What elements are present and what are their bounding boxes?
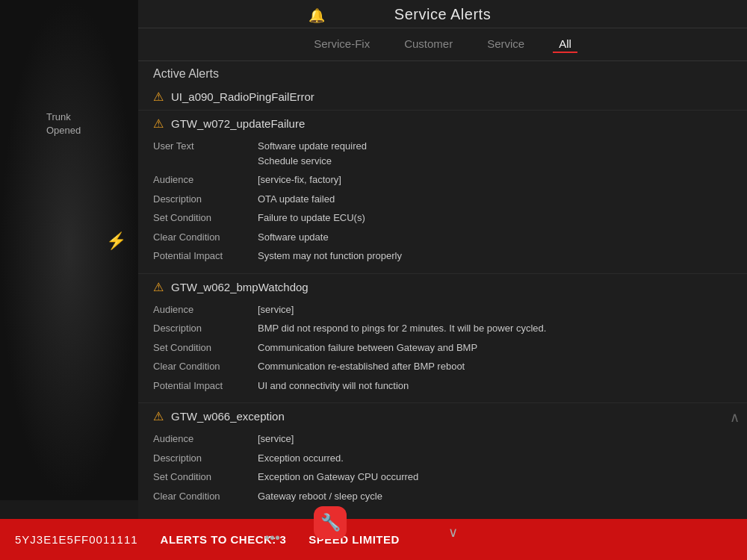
alert-item: ⚠ UI_a090_RadioPingFailError: [138, 84, 747, 111]
detail-row: Set Condition Communication failure betw…: [153, 338, 732, 358]
detail-value: Exception occurred.: [258, 451, 344, 466]
alert-name: GTW_w072_updateFailure: [171, 117, 305, 130]
alert-details: Audience [service] Description BMP did n…: [138, 300, 747, 403]
detail-value: Exception on Gateway CPU occurred: [258, 470, 418, 485]
detail-row: Set Condition Failure to update ECU(s): [153, 208, 732, 228]
scroll-up-icon[interactable]: ∧: [730, 409, 740, 426]
detail-row: Audience [service-fix, factory]: [153, 170, 732, 190]
alert-title-row[interactable]: ⚠ UI_a090_RadioPingFailError: [138, 84, 747, 110]
detail-label: Set Condition: [153, 340, 258, 355]
detail-value: Communication re-established after BMP r…: [258, 359, 465, 374]
status-bar: 5YJ3E1E5FF0011111 ALERTS TO CHECK: 3 SPE…: [0, 519, 747, 560]
alert-title-row[interactable]: ⚠ GTW_w072_updateFailure: [138, 111, 747, 137]
detail-label: Description: [153, 192, 258, 207]
tab-all[interactable]: All: [553, 36, 577, 53]
detail-label: Set Condition: [153, 470, 258, 485]
warning-icon: ⚠: [153, 90, 164, 104]
detail-value: Communication failure between Gateway an…: [258, 340, 477, 355]
lightning-icon: ⚡: [106, 231, 126, 251]
alert-item: ⚠ GTW_w072_updateFailure User Text Softw…: [138, 111, 747, 274]
alert-title-row[interactable]: ⚠ GTW_w062_bmpWatchdog: [138, 274, 747, 300]
tab-service-fix[interactable]: Service-Fix: [308, 36, 376, 53]
warning-icon: ⚠: [153, 409, 164, 423]
detail-label: Clear Condition: [153, 230, 258, 245]
detail-value: OTA update failed: [258, 192, 335, 207]
alert-item: ⚠ GTW_w062_bmpWatchdog Audience [service…: [138, 274, 747, 404]
page-title: Service Alerts: [138, 6, 747, 23]
detail-label: Audience: [153, 302, 258, 317]
detail-label: Potential Impact: [153, 249, 258, 264]
detail-label: Clear Condition: [153, 359, 258, 374]
detail-row: User Text Software update requiredSchedu…: [153, 137, 732, 170]
alert-name: GTW_w062_bmpWatchdog: [171, 281, 309, 293]
ellipsis-button[interactable]: •••: [264, 529, 280, 547]
detail-row: Clear Condition Gateway reboot / sleep c…: [153, 487, 732, 506]
alert-item: ⚠ GTW_w066_exception ∧ Audience [service…: [138, 403, 747, 505]
detail-row: Description Exception occurred.: [153, 449, 732, 468]
tab-customer[interactable]: Customer: [398, 36, 459, 53]
chevron-down-icon[interactable]: ∨: [448, 524, 458, 541]
detail-row: Potential Impact System may not function…: [153, 246, 732, 266]
detail-row: Audience [service]: [153, 429, 732, 449]
detail-row: Clear Condition Software update: [153, 228, 732, 247]
main-content: 🔔 Service Alerts Service-Fix Customer Se…: [138, 0, 747, 560]
vin-number: 5YJ3E1E5FF0011111: [15, 533, 138, 546]
detail-value: [service-fix, factory]: [258, 172, 341, 187]
alert-details: User Text Software update requiredSchedu…: [138, 137, 747, 273]
detail-row: Description OTA update failed: [153, 190, 732, 209]
tab-service[interactable]: Service: [481, 36, 530, 53]
active-alerts-header: Active Alerts: [138, 61, 747, 84]
detail-label: Set Condition: [153, 211, 258, 225]
detail-label: Potential Impact: [153, 379, 258, 393]
detail-label: Audience: [153, 432, 258, 447]
alert-details: Audience [service] Description Exception…: [138, 429, 747, 505]
warning-icon: ⚠: [153, 280, 164, 294]
detail-row: Clear Condition Communication re-establi…: [153, 357, 732, 376]
detail-value: [service]: [258, 432, 294, 447]
detail-label: Clear Condition: [153, 489, 258, 504]
detail-row: Potential Impact UI and connectivity wil…: [153, 376, 732, 396]
alerts-area[interactable]: Active Alerts ⚠ UI_a090_RadioPingFailErr…: [138, 61, 747, 505]
alert-name: UI_a090_RadioPingFailError: [171, 90, 314, 103]
detail-value: System may not function properly: [258, 249, 402, 264]
wrench-button[interactable]: 🔧: [314, 506, 347, 539]
detail-value: Software update: [258, 230, 329, 245]
car-panel: Trunk Opened ⚡: [0, 0, 138, 500]
warning-icon: ⚠: [153, 116, 164, 131]
detail-value: UI and connectivity will not function: [258, 379, 409, 393]
detail-row: Audience [service]: [153, 300, 732, 320]
detail-label: Description: [153, 321, 258, 336]
detail-value: BMP did not respond to pings for 2 minut…: [258, 321, 546, 336]
detail-value: Failure to update ECU(s): [258, 211, 365, 225]
alert-title-row[interactable]: ⚠ GTW_w066_exception ∧: [138, 403, 747, 429]
detail-label: Description: [153, 451, 258, 466]
detail-value: [service]: [258, 302, 294, 317]
detail-value: Software update requiredSchedule service: [258, 139, 367, 168]
alert-name: GTW_w066_exception: [171, 410, 285, 423]
filter-tabs: Service-Fix Customer Service All: [138, 28, 747, 61]
header: 🔔 Service Alerts: [138, 0, 747, 28]
detail-value: Gateway reboot / sleep cycle: [258, 489, 382, 504]
detail-label: Audience: [153, 172, 258, 187]
detail-label: User Text: [153, 139, 258, 168]
bell-icon: 🔔: [309, 7, 325, 24]
detail-row: Description BMP did not respond to pings…: [153, 319, 732, 338]
trunk-status: Trunk Opened: [46, 111, 81, 137]
detail-row: Set Condition Exception on Gateway CPU o…: [153, 467, 732, 487]
